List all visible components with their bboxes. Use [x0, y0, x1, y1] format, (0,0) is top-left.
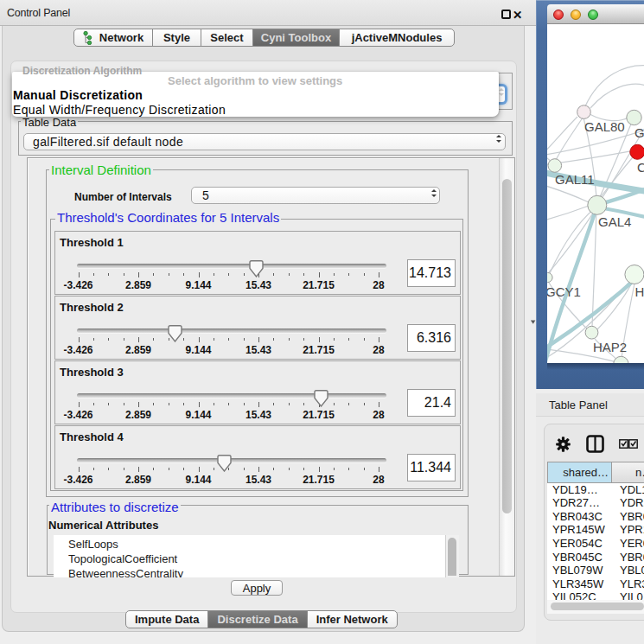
- svg-text:H: H: [635, 284, 644, 299]
- svg-text:GAL4: GAL4: [598, 214, 631, 229]
- svg-text:GAL80: GAL80: [584, 119, 625, 134]
- svg-text:GA: GA: [634, 125, 644, 140]
- svg-text:HAP2: HAP2: [593, 340, 627, 354]
- svg-text:C: C: [637, 160, 644, 175]
- svg-text:GCY1: GCY1: [547, 284, 581, 299]
- svg-text:GAL11: GAL11: [555, 172, 595, 187]
